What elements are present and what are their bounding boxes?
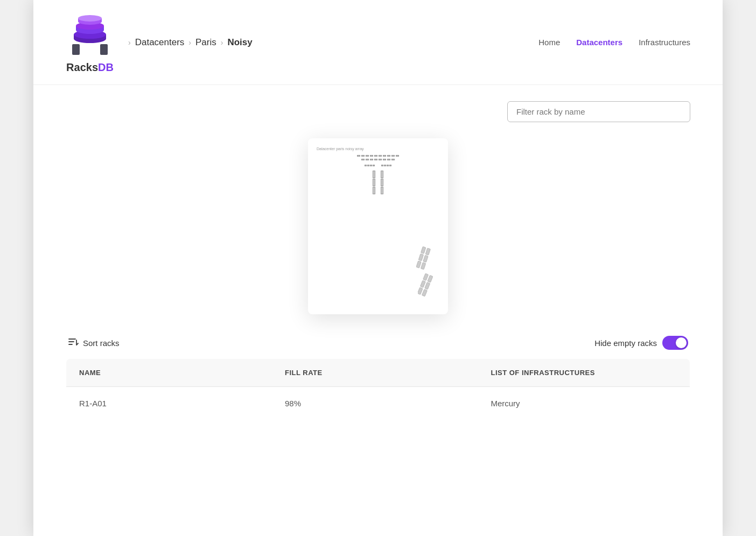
svg-rect-12 (418, 253, 423, 260)
floorplan-area: Datacenter paris noisy array (66, 138, 690, 314)
nav-datacenters[interactable]: Datacenters (576, 38, 622, 47)
hide-empty-label: Hide empty racks (594, 338, 657, 348)
rack-row-2 (317, 159, 439, 160)
breadcrumb-sep-1: › (128, 38, 131, 47)
floorplan-card[interactable]: Datacenter paris noisy array (308, 138, 448, 314)
svg-rect-20 (428, 275, 433, 282)
rack-name: R1-A01 (66, 387, 272, 420)
rack-angled-2 (418, 273, 433, 303)
hide-empty-row: Hide empty racks (594, 336, 688, 350)
logo-text: RacksDB (66, 61, 114, 74)
svg-rect-17 (423, 273, 429, 280)
nav-home[interactable]: Home (538, 38, 560, 47)
rack-vertical-blocks (317, 171, 439, 194)
controls-row: Sort racks Hide empty racks (66, 336, 690, 350)
floorplan-label: Datacenter paris noisy array (317, 147, 439, 151)
svg-rect-14 (425, 248, 430, 255)
floorplan-visual (317, 155, 439, 306)
svg-rect-0 (72, 44, 80, 55)
logo-area: RacksDB (66, 11, 114, 74)
rack-small-pairs (317, 165, 439, 166)
rack-angled-1 (416, 246, 431, 276)
logo-icon (66, 11, 114, 59)
rack-row-1 (317, 155, 439, 157)
svg-rect-18 (420, 280, 425, 287)
table-header: NAME FILL RATE LIST OF INFRASTRUCTURES (66, 359, 690, 387)
col-header-fillrate: FILL RATE (272, 359, 478, 387)
svg-point-10 (78, 15, 102, 22)
filter-rack-input[interactable] (507, 101, 690, 122)
table-body: R1-A01 98% Mercury (66, 387, 690, 420)
toggle-knob (676, 337, 687, 348)
rack-infrastructures: Mercury (478, 387, 690, 420)
svg-rect-13 (416, 261, 421, 268)
rack-table: NAME FILL RATE LIST OF INFRASTRUCTURES R… (66, 358, 690, 420)
breadcrumb-sep-3: › (221, 38, 223, 47)
sort-racks-button[interactable]: Sort racks (68, 336, 120, 350)
sort-icon (68, 336, 79, 350)
svg-rect-19 (418, 287, 423, 294)
svg-rect-22 (422, 289, 427, 296)
breadcrumb-item-paris[interactable]: Paris (195, 37, 216, 48)
breadcrumb-sep-2: › (188, 38, 191, 47)
svg-rect-21 (425, 282, 430, 289)
table-row[interactable]: R1-A01 98% Mercury (66, 387, 690, 420)
sort-svg-icon (68, 336, 79, 347)
main-content: Datacenter paris noisy array (33, 85, 723, 436)
svg-rect-15 (423, 255, 428, 262)
nav-infrastructures[interactable]: Infrastructures (639, 38, 690, 47)
col-header-infra: LIST OF INFRASTRUCTURES (478, 359, 690, 387)
svg-rect-16 (421, 263, 425, 270)
nav-links: Home Datacenters Infrastructures (538, 38, 690, 47)
header-left: RacksDB › Datacenters › Paris › Noisy (66, 11, 253, 74)
sort-racks-label: Sort racks (83, 338, 120, 348)
svg-rect-11 (421, 246, 426, 253)
header: RacksDB › Datacenters › Paris › Noisy Ho… (33, 0, 723, 85)
filter-row (66, 101, 690, 122)
svg-rect-1 (100, 44, 108, 55)
col-header-name: NAME (66, 359, 272, 387)
breadcrumb-item-datacenters[interactable]: Datacenters (135, 37, 185, 48)
breadcrumb-item-noisy[interactable]: Noisy (227, 37, 252, 48)
breadcrumb: › Datacenters › Paris › Noisy (128, 37, 253, 48)
hide-empty-toggle[interactable] (662, 336, 688, 350)
rack-fill-rate: 98% (272, 387, 478, 420)
